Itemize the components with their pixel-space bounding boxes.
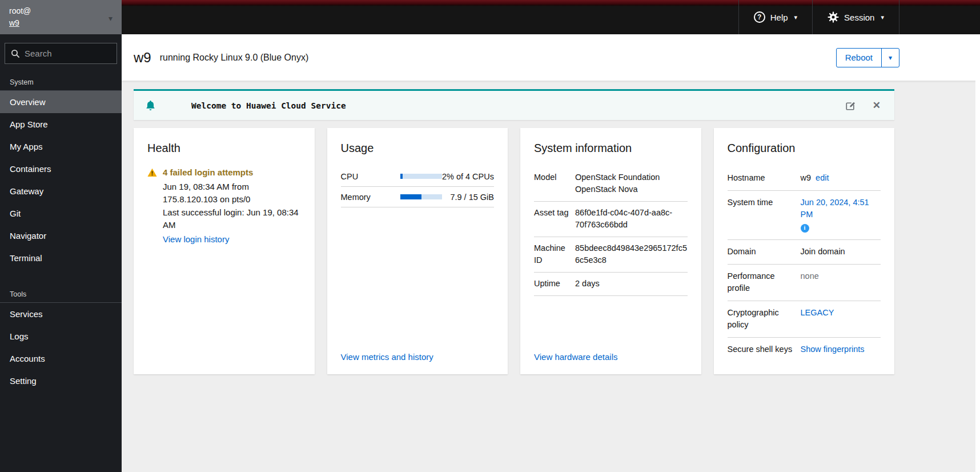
performance-profile-row: Performance profile none <box>728 265 881 301</box>
view-hardware-details-link[interactable]: View hardware details <box>534 352 617 362</box>
memory-usage-bar <box>400 194 442 199</box>
sidebar-item-git[interactable]: Git <box>0 202 122 225</box>
chevron-down-icon: ▾ <box>881 14 884 21</box>
join-domain-value[interactable]: Join domain <box>801 246 881 258</box>
os-description: running Rocky Linux 9.0 (Blue Onyx) <box>160 53 309 63</box>
asset-tag-row: Asset tag 86f0e1fd-c04c-407d-aa8c-70f763… <box>534 202 688 237</box>
bell-icon <box>145 100 156 111</box>
sidebar-section-label: System <box>0 73 122 90</box>
usage-card: Usage CPU 2% of 4 CPUs Memory 7.9 / 15 G… <box>327 128 508 374</box>
cpu-usage-value: 2% of 4 CPUs <box>442 172 494 181</box>
masthead: ? Help ▾ <box>122 0 980 34</box>
card-title: Configuration <box>728 142 881 155</box>
session-menu[interactable]: Session ▾ <box>812 0 899 34</box>
asset-tag-value: 86f0e1fd-c04c-407d-aa8c-70f763c66bdd <box>575 207 688 231</box>
row-label: Uptime <box>534 278 575 290</box>
welcome-banner: Welcome to Huawei Cloud Service ✕ <box>134 89 894 120</box>
row-label: Machine ID <box>534 242 575 266</box>
sidebar-section-tools: Tools Services Logs Accounts Setting <box>0 285 122 392</box>
search-input[interactable] <box>25 49 111 58</box>
overview-content: Welcome to Huawei Cloud Service ✕ Health <box>122 81 980 472</box>
cpu-usage-bar <box>400 174 442 179</box>
sidebar-item-containers[interactable]: Containers <box>0 158 122 180</box>
edit-hostname-link[interactable]: edit <box>816 173 829 182</box>
last-login-detail: Last successful login: Jun 19, 08:34 AM <box>163 206 301 232</box>
system-time-link[interactable]: Jun 20, 2024, 4:51 PM <box>801 198 869 219</box>
memory-label: Memory <box>341 193 400 202</box>
warning-icon <box>147 168 157 246</box>
show-fingerprints-link[interactable]: Show fingerprints <box>801 345 865 354</box>
row-label: Hostname <box>728 172 801 184</box>
account-menu[interactable]: root@ w9 ▾ <box>0 0 122 34</box>
sidebar-item-navigator[interactable]: Navigator <box>0 225 122 247</box>
search-icon <box>11 49 20 58</box>
system-time-row: System time Jun 20, 2024, 4:51 PM i <box>728 191 881 240</box>
sidebar-item-terminal[interactable]: Terminal <box>0 247 122 269</box>
crypto-policy-link[interactable]: LEGACY <box>801 308 834 317</box>
help-menu[interactable]: ? Help ▾ <box>738 0 812 34</box>
view-login-history-link[interactable]: View login history <box>163 234 229 244</box>
reboot-button[interactable]: Reboot <box>837 49 881 67</box>
cpu-usage-row: CPU 2% of 4 CPUs <box>341 166 495 187</box>
scrollbar-track[interactable] <box>975 34 980 472</box>
machine-id-value: 85bdeec8d49843e2965172fc56c5e3c8 <box>575 242 688 266</box>
card-title: System information <box>534 142 688 155</box>
sidebar: root@ w9 ▾ System Overview App Store My … <box>0 0 122 472</box>
row-label: Performance profile <box>728 270 801 294</box>
configuration-card: Configuration Hostname w9 edit System ti… <box>714 128 895 374</box>
health-card: Health 4 failed login attempts Jun 19, 0… <box>134 128 315 374</box>
hostname-row: Hostname w9 edit <box>728 166 881 191</box>
view-metrics-link[interactable]: View metrics and history <box>341 352 433 362</box>
account-user: root@ <box>9 5 113 17</box>
cpu-label: CPU <box>341 172 400 181</box>
memory-usage-row: Memory 7.9 / 15 GiB <box>341 187 495 207</box>
close-icon[interactable]: ✕ <box>873 101 881 110</box>
row-label: Domain <box>728 246 801 258</box>
search-box <box>5 43 117 64</box>
reboot-dropdown-toggle[interactable]: ▾ <box>881 49 899 67</box>
ssh-keys-row: Secure shell keys Show fingerprints <box>728 338 881 362</box>
row-label: Asset tag <box>534 207 575 231</box>
system-information-card: System information Model OpenStack Found… <box>520 128 701 374</box>
help-icon: ? <box>754 11 765 23</box>
sidebar-section-system: System Overview App Store My Apps Contai… <box>0 73 122 269</box>
sidebar-item-services[interactable]: Services <box>0 303 122 325</box>
row-label: System time <box>728 197 801 209</box>
overview-cards: Health 4 failed login attempts Jun 19, 0… <box>134 128 894 321</box>
reboot-split-button: Reboot ▾ <box>836 48 899 67</box>
domain-row: Domain Join domain <box>728 240 881 265</box>
model-value: OpenStack Foundation OpenStack Nova <box>575 171 688 195</box>
row-label: Cryptographic policy <box>728 307 801 331</box>
cockpit-app: ? Help ▾ <box>0 0 980 472</box>
chevron-down-icon: ▾ <box>109 13 113 25</box>
session-label: Session <box>844 13 874 22</box>
failed-login-detail: Jun 19, 08:34 AM from 175.8.120.103 on p… <box>163 181 301 206</box>
sidebar-item-app-store[interactable]: App Store <box>0 113 122 135</box>
row-label: Model <box>534 171 575 195</box>
account-host: w9 <box>9 17 113 29</box>
banner-message: Welcome to Huawei Cloud Service <box>191 101 346 110</box>
card-title: Health <box>147 142 301 155</box>
card-title: Usage <box>341 142 495 155</box>
performance-profile-value: none <box>801 270 881 282</box>
sidebar-item-logs[interactable]: Logs <box>0 325 122 347</box>
sidebar-item-my-apps[interactable]: My Apps <box>0 135 122 158</box>
chevron-down-icon: ▾ <box>794 14 798 21</box>
uptime-value: 2 days <box>575 278 688 290</box>
sidebar-item-accounts[interactable]: Accounts <box>0 347 122 370</box>
uptime-row: Uptime 2 days <box>534 273 688 296</box>
memory-usage-value: 7.9 / 15 GiB <box>450 193 494 202</box>
row-label: Secure shell keys <box>728 343 801 355</box>
sidebar-item-overview[interactable]: Overview <box>0 91 122 113</box>
crypto-policy-row: Cryptographic policy LEGACY <box>728 301 881 338</box>
gear-icon <box>828 11 839 23</box>
model-row: Model OpenStack Foundation OpenStack Nov… <box>534 166 688 202</box>
sidebar-section-label: Tools <box>0 285 122 302</box>
hostname-value: w9 <box>801 173 812 182</box>
sidebar-item-setting[interactable]: Setting <box>0 370 122 392</box>
info-icon[interactable]: i <box>801 224 809 233</box>
page-header: w9 running Rocky Linux 9.0 (Blue Onyx) R… <box>122 34 980 81</box>
sidebar-item-gateway[interactable]: Gateway <box>0 180 122 202</box>
edit-banner-icon[interactable] <box>845 101 856 111</box>
page-title: w9 <box>134 50 151 66</box>
